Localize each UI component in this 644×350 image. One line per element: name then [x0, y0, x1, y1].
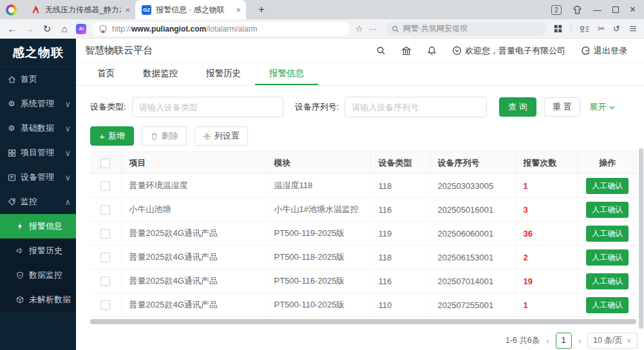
- browser-tab-1[interactable]: 无线压力传感器_静力水准仪_ ×: [24, 0, 135, 19]
- menu-hamburger-icon[interactable]: [629, 24, 638, 33]
- cell-serial: 202506153001: [430, 246, 515, 269]
- browser-search-box[interactable]: 网警·共筑网安堤坝: [386, 22, 547, 36]
- home-icon: [7, 75, 16, 84]
- close-window-button[interactable]: ×: [630, 4, 636, 15]
- brand-logo: 感之物联: [0, 39, 76, 67]
- manual-confirm-button[interactable]: 人工确认: [586, 226, 629, 242]
- table-header-row: 项目 模块 设备类型 设备序列号 报警次数 操作: [90, 152, 638, 174]
- pulian-favicon-icon: [31, 5, 41, 15]
- back-icon[interactable]: ←: [6, 24, 18, 34]
- bank-icon[interactable]: [401, 46, 412, 56]
- refresh-icon[interactable]: ↻: [41, 24, 53, 34]
- table-row: 普量2025款4G通讯产品PT500-118-2025版118202506153…: [90, 246, 638, 269]
- sidebar-item-monitor[interactable]: 监控 ∧: [0, 190, 76, 214]
- content: 设备类型: 设备序列号: 查 询 重 置 展开 +新增 删除: [76, 86, 644, 350]
- reset-button[interactable]: 重 置: [544, 97, 580, 117]
- row-checkbox[interactable]: [100, 181, 110, 191]
- serial-input[interactable]: [345, 97, 487, 117]
- expand-link[interactable]: 展开: [590, 101, 616, 113]
- table-body: 普量环境温湿度温湿度1181182025030330051人工确认小牛山池塘小牛…: [90, 174, 638, 317]
- tab-count-badge[interactable]: 2: [551, 5, 562, 15]
- cell-action: 人工确认: [577, 269, 638, 293]
- user-welcome[interactable]: 欢迎您，普量电子有限公司: [452, 45, 565, 57]
- row-checkbox[interactable]: [100, 205, 110, 215]
- toolbar-divider: [571, 24, 571, 34]
- app-header: 智慧物联云平台 欢迎您，普量电子有限公司 退出登录: [76, 39, 644, 63]
- sidebar-item-data-monitor[interactable]: 数据监控: [0, 263, 76, 287]
- tab-alarm-history[interactable]: 报警历史: [192, 63, 255, 85]
- cell-device-type: 116: [370, 198, 430, 222]
- manual-confirm-button[interactable]: 人工确认: [586, 249, 629, 266]
- cell-project: 普量环境温湿度: [121, 174, 266, 198]
- browser-tab-2[interactable]: GZ 报警信息 · 感之物联 ×: [135, 0, 246, 19]
- forward-icon[interactable]: →: [24, 24, 35, 34]
- sidebar-item-alarm-info[interactable]: 报警信息: [0, 214, 76, 238]
- theme-skin-icon[interactable]: [573, 5, 582, 15]
- speed-dial-grid-icon[interactable]: [554, 24, 562, 33]
- sidebar-item-basedata[interactable]: ⚙ 基础数据 ∨: [0, 116, 76, 141]
- page-number[interactable]: 1: [556, 333, 572, 349]
- manual-confirm-button[interactable]: 人工确认: [586, 202, 629, 218]
- alarm-count: 3: [524, 205, 528, 215]
- shield-insecure-icon[interactable]: [99, 24, 108, 34]
- row-checkbox[interactable]: [100, 277, 110, 286]
- delete-button[interactable]: 删除: [142, 126, 187, 146]
- tab-close-icon[interactable]: ×: [236, 5, 241, 15]
- cell-module: PT500-118-2025版: [266, 246, 370, 269]
- sidebar-item-project[interactable]: 项目管理 ∨: [0, 141, 76, 165]
- cell-project: 普量2025款4G通讯产品: [121, 293, 266, 317]
- sidebar-item-system[interactable]: ⚙ 系统管理 ∨: [0, 92, 76, 116]
- cell-action: 人工确认: [577, 174, 638, 198]
- cell-alarm-count: 3: [515, 198, 577, 222]
- logout-button[interactable]: 退出登录: [581, 45, 627, 57]
- column-settings-button[interactable]: 列设置: [194, 126, 248, 146]
- horizontal-scrollbar[interactable]: [90, 319, 636, 324]
- vertical-scrollbar[interactable]: [639, 148, 643, 329]
- search-button[interactable]: 查 询: [499, 97, 536, 117]
- screenshot-scissors-icon[interactable]: ✂: [598, 24, 605, 33]
- select-all-checkbox[interactable]: [100, 159, 110, 168]
- row-checkbox[interactable]: [100, 229, 110, 238]
- browser-logo-icon[interactable]: [6, 5, 17, 15]
- minimize-button[interactable]: —: [593, 5, 601, 15]
- sidebar-item-device[interactable]: 设备管理 ∨: [0, 165, 76, 190]
- page-size-select[interactable]: 10 条/页 ∨: [587, 333, 638, 349]
- home-icon[interactable]: ⌂: [59, 24, 70, 34]
- bell-icon[interactable]: [427, 46, 437, 55]
- maximize-button[interactable]: [612, 6, 619, 13]
- url-text[interactable]: http://www.puliangiot.com/iotalarm/alarm: [112, 24, 258, 34]
- ai-assistant-icon[interactable]: AI: [76, 24, 86, 34]
- sidebar-item-home[interactable]: 首页: [0, 67, 76, 92]
- device-type-input[interactable]: [132, 97, 283, 117]
- cell-module: 温湿度118: [266, 174, 370, 198]
- monitor-icon: [7, 173, 16, 182]
- new-tab-button[interactable]: +: [254, 3, 269, 16]
- favorites-list-icon[interactable]: [580, 24, 589, 34]
- sidebar: 感之物联 首页 ⚙ 系统管理 ∨ ⚙ 基础数据 ∨ 项目管理 ∨: [0, 39, 76, 350]
- tab-close-icon[interactable]: ×: [125, 5, 130, 15]
- tab-alarm-info[interactable]: 报警信息: [255, 63, 318, 85]
- search-text: 网警·共筑网安堤坝: [403, 23, 468, 34]
- sidebar-item-unparsed-data[interactable]: 未解析数据: [0, 287, 76, 312]
- manual-confirm-button[interactable]: 人工确认: [586, 178, 629, 194]
- action-row: +新增 删除 列设置: [90, 126, 638, 146]
- search-icon[interactable]: [376, 46, 386, 55]
- address-bar[interactable]: http://www.puliangiot.com/iotalarm/alarm: [92, 22, 350, 36]
- prev-page-icon[interactable]: ‹: [545, 336, 550, 345]
- cell-device-type: 118: [370, 246, 430, 269]
- more-options-icon[interactable]: ···: [369, 24, 377, 33]
- cell-serial: 202506060001: [430, 222, 515, 246]
- next-page-icon[interactable]: ›: [577, 336, 582, 345]
- manual-confirm-button[interactable]: 人工确认: [586, 297, 629, 313]
- row-checkbox[interactable]: [100, 253, 110, 262]
- browser-window: 无线压力传感器_静力水准仪_ × GZ 报警信息 · 感之物联 × + 2 — …: [0, 0, 644, 350]
- recycle-undo-icon[interactable]: ↺: [613, 24, 620, 33]
- add-button[interactable]: +新增: [90, 126, 134, 146]
- sidebar-item-alarm-history[interactable]: 报警历史: [0, 238, 76, 263]
- col-module: 模块: [266, 152, 370, 174]
- tab-data-monitor[interactable]: 数据监控: [129, 63, 192, 85]
- bookmark-star-icon[interactable]: ☆: [355, 24, 363, 33]
- row-checkbox[interactable]: [100, 300, 110, 310]
- tab-home[interactable]: 首页: [83, 63, 129, 85]
- manual-confirm-button[interactable]: 人工确认: [586, 273, 629, 289]
